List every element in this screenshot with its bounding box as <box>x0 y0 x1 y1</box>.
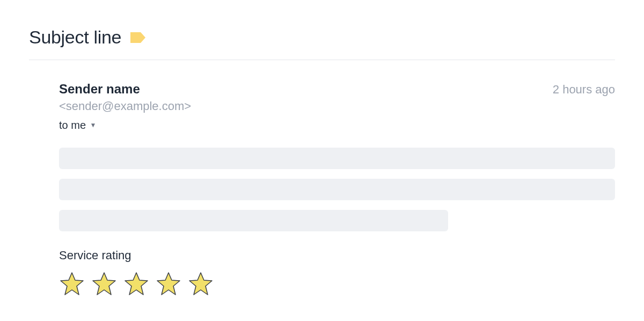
star-icon[interactable] <box>91 271 117 297</box>
placeholder-line <box>59 210 448 231</box>
recipient-toggle[interactable]: to me ▼ <box>59 119 191 132</box>
timestamp: 2 hours ago <box>553 83 615 97</box>
subject-row: Subject line <box>29 27 615 60</box>
message: Sender name <sender@example.com> to me ▼… <box>29 60 615 297</box>
message-body-placeholder <box>59 148 615 231</box>
sender-name: Sender name <box>59 82 191 97</box>
rating-block: Service rating <box>59 249 615 297</box>
star-icon[interactable] <box>188 271 214 297</box>
placeholder-line <box>59 179 615 200</box>
star-icon[interactable] <box>59 271 85 297</box>
star-icon[interactable] <box>156 271 181 297</box>
star-icon[interactable] <box>123 271 149 297</box>
sender-email: <sender@example.com> <box>59 98 191 115</box>
placeholder-line <box>59 148 615 169</box>
recipient-text: to me <box>59 119 86 131</box>
rating-label: Service rating <box>59 249 615 262</box>
subject-line: Subject line <box>29 27 121 48</box>
chevron-down-icon: ▼ <box>90 121 97 129</box>
label-tag-icon <box>130 32 146 43</box>
